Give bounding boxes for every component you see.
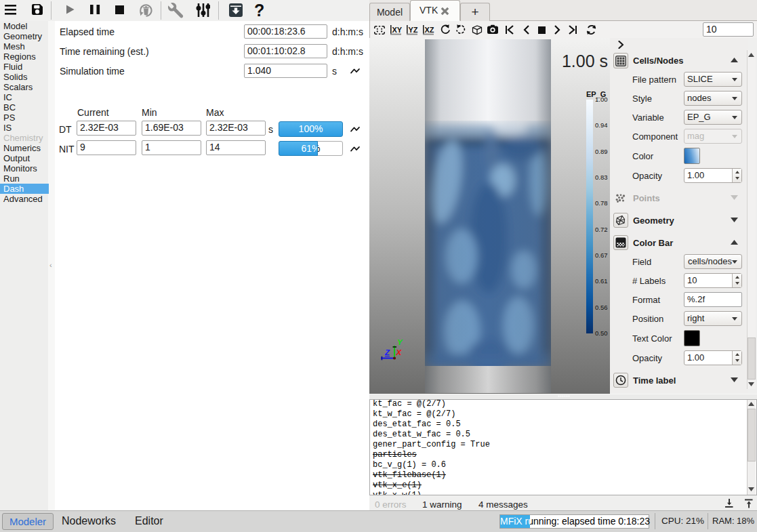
svg-text:X: X xyxy=(396,348,403,356)
svg-text:0.61: 0.61 xyxy=(595,277,608,285)
svg-text:0.56: 0.56 xyxy=(595,304,608,311)
svg-text:1.00 s: 1.00 s xyxy=(562,52,608,70)
svg-text:0.83: 0.83 xyxy=(595,173,608,181)
svg-text:1.00: 1.00 xyxy=(595,96,608,103)
svg-text:0.78: 0.78 xyxy=(595,199,608,207)
svg-text:0.50: 0.50 xyxy=(595,329,608,337)
svg-text:XY: XY xyxy=(392,26,403,34)
svg-text:Z: Z xyxy=(384,348,390,356)
svg-text:Y: Y xyxy=(397,338,403,346)
svg-text:XZ: XZ xyxy=(425,26,434,34)
svg-text:0.89: 0.89 xyxy=(595,148,608,155)
svg-text:0.67: 0.67 xyxy=(595,251,608,259)
svg-text:0.72: 0.72 xyxy=(595,226,608,233)
svg-text:YZ: YZ xyxy=(409,26,418,34)
svg-text:0.94: 0.94 xyxy=(595,121,608,129)
